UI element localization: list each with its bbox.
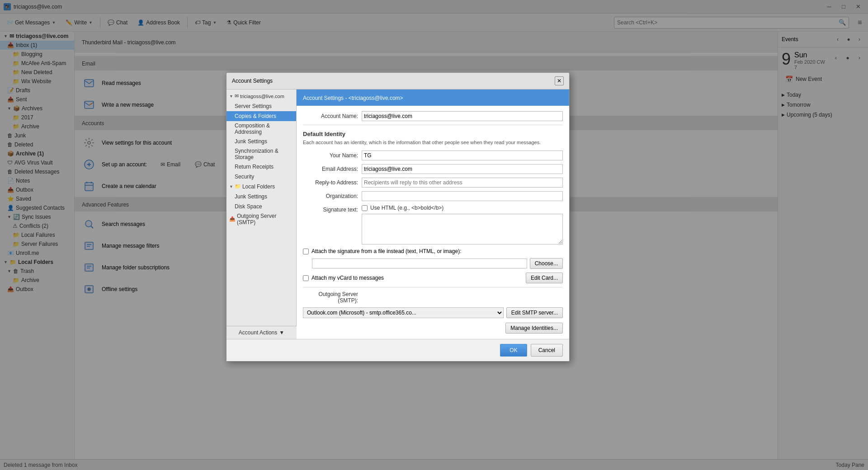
your-name-row: Your Name: — [303, 150, 563, 160]
tree-server-label: Server Settings — [235, 103, 272, 109]
tree-sync-label: Synchronization & Storage — [235, 148, 293, 160]
reply-to-row: Reply-to Address: — [303, 178, 563, 188]
ok-button[interactable]: OK — [500, 344, 527, 357]
tree-security[interactable]: Security — [226, 172, 296, 182]
sig-label: Signature text: — [303, 205, 362, 213]
tree-junk1-label: Junk Settings — [235, 138, 267, 145]
sig-area: Use HTML (e.g., <b>bold</b>) — [362, 205, 563, 244]
sig-html-row: Use HTML (e.g., <b>bold</b>) — [362, 205, 563, 211]
org-input[interactable] — [362, 191, 563, 201]
reply-to-label: Reply-to Address: — [303, 179, 362, 186]
edit-smtp-button[interactable]: Edit SMTP server... — [506, 307, 563, 318]
tree-composition[interactable]: Composition & Addressing — [226, 121, 296, 136]
account-actions-label: Account Actions — [239, 329, 277, 336]
vcard-row: Attach my vCard to messages Edit Card... — [303, 273, 563, 283]
tree-root-expand: ▼ — [229, 94, 233, 99]
tree-composition-label: Composition & Addressing — [235, 122, 293, 135]
outgoing-server-label: Outgoing Server (SMTP): — [303, 291, 362, 304]
reply-to-input[interactable] — [362, 178, 563, 188]
settings-header: Account Settings - <triciagoss@live.com> — [297, 89, 569, 106]
smtp-row: Outlook.com (Microsoft) - smtp.office365… — [303, 307, 563, 318]
account-actions-button[interactable]: Account Actions ▼ — [226, 326, 297, 339]
default-identity-heading: Default Identity — [303, 131, 563, 137]
sig-html-checkbox[interactable] — [362, 205, 368, 211]
attach-sig-row: Attach the signature from a file instead… — [303, 248, 563, 254]
account-settings-modal: Account Settings ✕ ▼ ✉ triciagoss@live.c… — [226, 72, 570, 362]
modal-title: Account Settings — [232, 78, 273, 84]
tree-smtp-label: Outgoing Server (SMTP) — [237, 213, 293, 226]
choose-button[interactable]: Choose... — [530, 258, 563, 269]
signature-row: Signature text: Use HTML (e.g., <b>bold<… — [303, 205, 563, 244]
tree-junk2[interactable]: Junk Settings — [226, 192, 296, 202]
tree-smtp-icon: 📤 — [229, 216, 236, 222]
modal-title-bar: Account Settings ✕ — [226, 73, 569, 89]
sig-html-label: Use HTML (e.g., <b>bold</b>) — [370, 205, 443, 211]
tree-return-receipts[interactable]: Return Receipts — [226, 162, 296, 172]
account-name-label: Account Name: — [303, 113, 362, 119]
email-row: Email Address: — [303, 164, 563, 174]
tree-local-icon: 📁 — [235, 183, 241, 189]
email-label: Email Address: — [303, 166, 362, 172]
section-divider-2 — [303, 287, 563, 287]
tree-junk2-label: Junk Settings — [235, 193, 267, 200]
tree-junk1[interactable]: Junk Settings — [226, 136, 296, 146]
settings-header-text: Account Settings - <triciagoss@live.com> — [303, 95, 403, 101]
outgoing-server-row: Outgoing Server (SMTP): — [303, 291, 563, 304]
account-name-row: Account Name: — [303, 111, 563, 121]
org-label: Organization: — [303, 193, 362, 199]
account-actions-bar: Account Actions ▼ — [226, 326, 297, 339]
tree-return-label: Return Receipts — [235, 164, 274, 170]
your-name-label: Your Name: — [303, 152, 362, 159]
account-actions-arrow: ▼ — [279, 329, 284, 336]
vcard-checkbox[interactable] — [303, 275, 309, 281]
modal-close-button[interactable]: ✕ — [555, 76, 564, 85]
manage-identities-button[interactable]: Manage Identities... — [505, 323, 563, 334]
tree-outgoing-smtp[interactable]: 📤 Outgoing Server (SMTP) — [226, 212, 296, 227]
cancel-button[interactable]: Cancel — [531, 344, 563, 357]
account-tree: ▼ ✉ triciagoss@live.com Server Settings … — [226, 89, 297, 326]
vcard-label: Attach my vCard to messages — [311, 275, 523, 281]
your-name-input[interactable] — [362, 150, 563, 160]
settings-pane: Account Settings - <triciagoss@live.com>… — [297, 89, 569, 339]
tree-disk-space[interactable]: Disk Space — [226, 202, 296, 212]
attach-sig-label: Attach the signature from a file instead… — [311, 248, 563, 254]
modal-overlay: Account Settings ✕ ▼ ✉ triciagoss@live.c… — [0, 0, 868, 470]
attach-sig-file-input[interactable] — [312, 258, 527, 268]
attach-sig-file-row: Choose... — [312, 258, 563, 269]
tree-copies-folders[interactable]: Copies & Folders — [226, 111, 296, 121]
manage-identities-container: Manage Identities... — [303, 323, 563, 334]
tree-copies-label: Copies & Folders — [235, 113, 276, 119]
smtp-select[interactable]: Outlook.com (Microsoft) - smtp.office365… — [303, 307, 504, 318]
tree-server-settings[interactable]: Server Settings — [226, 101, 296, 111]
tree-security-label: Security — [235, 174, 254, 180]
account-name-input[interactable] — [362, 111, 563, 121]
org-row: Organization: — [303, 191, 563, 201]
attach-sig-checkbox[interactable] — [303, 249, 309, 254]
tree-disk-label: Disk Space — [235, 203, 262, 210]
tree-local-folders[interactable]: ▼ 📁 Local Folders — [226, 182, 296, 192]
tree-local-expand: ▼ — [229, 184, 233, 189]
edit-card-button[interactable]: Edit Card... — [526, 273, 563, 283]
tree-local-label: Local Folders — [242, 183, 275, 190]
section-divider-1 — [303, 125, 563, 125]
default-identity-desc: Each account has an identity, which is t… — [303, 139, 563, 146]
modal-body: ▼ ✉ triciagoss@live.com Server Settings … — [226, 89, 569, 339]
settings-content: Account Name: Default Identity Each acco… — [297, 106, 569, 339]
tree-account-label: triciagoss@live.com — [240, 94, 284, 99]
tree-sync[interactable]: Synchronization & Storage — [226, 146, 296, 162]
tree-account-root[interactable]: ▼ ✉ triciagoss@live.com — [226, 91, 296, 101]
email-input[interactable] — [362, 164, 563, 174]
tree-account-icon: ✉ — [235, 93, 239, 99]
signature-textarea[interactable] — [362, 214, 563, 244]
modal-footer: OK Cancel — [226, 339, 569, 361]
